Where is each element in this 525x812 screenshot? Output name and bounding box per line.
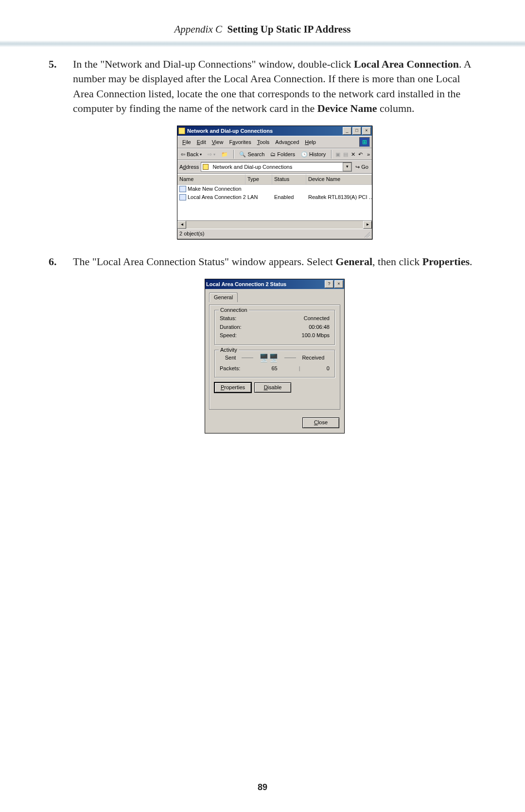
button-row: Properties Disable [214,382,335,393]
address-field[interactable]: Network and Dial-up Connections ▾ [201,162,352,172]
tabpanel: Connection Status:Connected Duration:00:… [209,305,340,410]
step-number: 6. [49,254,57,269]
network-icon [179,194,186,200]
network-connections-window: Network and Dial-up Connections _ □ × Fi… [177,126,372,239]
go-button[interactable]: ↪ Go [354,163,370,171]
step-5: 5. In the "Network and Dial-up Connectio… [49,57,476,240]
go-icon: ↪ [355,163,360,171]
address-value: Network and Dial-up Connections [212,163,292,171]
window-title: Network and Dial-up Connections [187,127,342,135]
menu-favorites[interactable]: Favorites [226,138,254,146]
chevron-down-icon: ▾ [213,152,215,157]
toolbar-more[interactable]: » [367,151,370,158]
col-device[interactable]: Device Name [306,174,372,184]
horizontal-scrollbar[interactable]: ◂ ▸ [177,220,372,229]
tabset: General [209,292,340,302]
network-icon: 🖥️🖥️ [259,354,279,362]
folders-button[interactable]: 🗂 Folders [269,150,297,159]
windows-logo-icon: ⊞ [359,137,370,147]
header-divider [0,40,525,47]
sent-label: Sent [225,354,236,361]
up-button[interactable]: 📁 [220,150,229,159]
scroll-right-button[interactable]: ▸ [363,221,372,229]
folders-icon: 🗂 [270,151,276,158]
packets-label: Packets: [220,365,240,372]
address-bar: Address Network and Dial-up Connections … [177,160,372,174]
activity-group: Activity Sent 🖥️🖥️ Received [214,350,335,378]
received-label: Received [302,354,324,361]
list-item-local-area-connection[interactable]: Local Area Connection 2 LAN Enabled Real… [177,193,372,201]
close-button[interactable]: Close [302,417,339,428]
column-headers[interactable]: Name Type Status Device Name [177,174,372,184]
separator [233,150,234,159]
menu-help[interactable]: Help [302,138,319,146]
scroll-left-button[interactable]: ◂ [177,221,186,229]
page-title: Appendix C Setting Up Static IP Address [0,0,525,36]
folder-icon [203,164,209,170]
history-button[interactable]: 🕓 History [299,150,327,159]
col-name[interactable]: Name [177,174,245,184]
menu-edit[interactable]: Edit [194,138,209,146]
col-status[interactable]: Status [272,174,306,184]
move-to-icon[interactable]: ▣ [335,151,340,158]
status-bar: 2 object(s) [177,229,372,238]
status-text: 2 object(s) [179,230,204,237]
forward-button[interactable]: ⇨ ▾ [206,150,217,159]
titlebar[interactable]: Local Area Connection 2 Status ? × [205,279,344,289]
folder-up-icon: 📁 [221,151,228,158]
history-icon: 🕓 [301,151,308,158]
menu-file[interactable]: File [179,138,194,146]
speed-label: Speed: [220,332,237,339]
disable-button[interactable]: Disable [254,382,291,393]
undo-icon[interactable]: ↶ [358,151,363,158]
speed-value: 100.0 Mbps [302,332,330,339]
menu-advanced[interactable]: Advanced [272,138,302,146]
toolbar: ⇦ Back ▾ ⇨ ▾ 📁 [177,148,372,160]
properties-button[interactable]: Properties [214,382,251,393]
menubar: File Edit View Favorites Tools Advanced … [177,136,372,148]
group-legend: Connection [219,307,249,314]
titlebar[interactable]: Network and Dial-up Connections _ □ × [177,126,372,136]
connection-group: Connection Status:Connected Duration:00:… [214,310,335,345]
packets-received: 0 [327,365,330,372]
menu-view[interactable]: View [209,138,227,146]
close-button[interactable]: × [334,280,343,288]
status-value: Connected [304,315,330,322]
step-number: 5. [49,57,57,72]
status-label: Status: [220,315,236,322]
delete-icon[interactable]: ✕ [351,151,355,158]
group-legend: Activity [219,346,239,354]
maximize-button[interactable]: □ [352,127,361,135]
help-button[interactable]: ? [325,280,333,288]
back-button[interactable]: ⇦ Back ▾ [179,150,203,159]
search-icon: 🔍 [239,151,246,158]
arrow-right-icon: ⇨ [208,151,212,158]
col-type[interactable]: Type [245,174,272,184]
page-number: 89 [0,782,525,793]
menu-tools[interactable]: Tools [254,138,273,146]
address-label: Address [179,163,199,171]
window-icon [178,127,185,134]
window-title: Local Area Connection 2 Status [206,281,324,288]
arrow-left-icon: ⇦ [181,151,185,158]
minimize-button[interactable]: _ [343,127,351,135]
address-dropdown[interactable]: ▾ [343,162,351,171]
duration-label: Duration: [220,324,242,331]
search-button[interactable]: 🔍 Search [238,150,266,159]
close-button[interactable]: × [362,127,371,135]
appendix-label: Appendix C [174,23,222,35]
packets-sent: 65 [271,365,277,372]
appendix-title: Setting Up Static IP Address [228,23,351,35]
list-item-make-new[interactable]: Make New Connection [177,185,372,193]
tab-general[interactable]: General [209,292,238,302]
list-view[interactable]: Name Type Status Device Name Make New Co… [177,174,372,220]
step-6: 6. The "Local Area Connection Status" wi… [49,254,476,433]
separator [331,150,332,159]
connection-status-dialog: Local Area Connection 2 Status ? × Gener… [205,279,345,433]
resize-grip-icon[interactable] [363,231,370,237]
duration-value: 00:06:48 [309,324,330,331]
wizard-icon [179,186,186,192]
chevron-down-icon: ▾ [200,152,202,157]
copy-to-icon[interactable]: ▤ [343,151,348,158]
